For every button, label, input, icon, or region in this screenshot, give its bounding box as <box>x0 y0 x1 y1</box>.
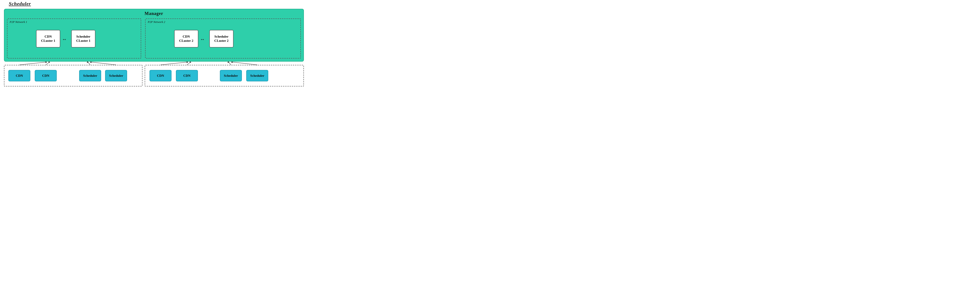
page: Scheduler Manager P2P Network 1 CDNCLust… <box>0 0 308 88</box>
svg-line-10 <box>161 62 188 65</box>
cdn-node-1-1: CDN <box>8 70 30 81</box>
cluster-1-arrow: ↔ <box>62 37 67 42</box>
scheduler-node-1-2: Scheduler <box>105 70 127 81</box>
cdn-cluster-2-box: CDNCLuster 2 <box>174 30 198 48</box>
svg-line-8 <box>91 62 116 65</box>
cdn-node-2-1: CDN <box>150 70 172 81</box>
cdn-cluster-1-box: CDNCLuster 1 <box>36 30 60 48</box>
arrow-1-symbol: ↔ <box>62 37 67 42</box>
cdn-cluster-2-label: CDNCLuster 2 <box>179 35 193 43</box>
manager-label: Manager <box>145 11 163 16</box>
manager-box: Manager P2P Network 1 CDNCLuster 1 ↔ Sch… <box>4 9 304 62</box>
cluster-2-arrow: ↔ <box>200 37 205 42</box>
scheduler-node-1-1: Scheduler <box>79 70 101 81</box>
scheduler-node-2-1: Scheduler <box>220 70 242 81</box>
p2p-network-1-label: P2P Network 1 <box>10 20 27 24</box>
p2p-network-1-box: P2P Network 1 CDNCLuster 1 ↔ SchedulerCL… <box>7 19 141 59</box>
arrow-2-symbol: ↔ <box>200 37 205 42</box>
svg-line-2 <box>19 62 46 65</box>
scheduler-cluster-2-label: SchedulerCLuster 2 <box>215 35 229 43</box>
svg-line-16 <box>232 62 257 65</box>
svg-line-4 <box>46 62 49 65</box>
cdn-node-2-2: CDN <box>176 70 198 81</box>
cdn-node-1-2: CDN <box>35 70 57 81</box>
svg-line-14 <box>229 62 231 65</box>
p2p-network-2-label: P2P Network 2 <box>148 20 165 24</box>
scheduler-title: Scheduler <box>9 1 31 6</box>
p2p-network-2-box: P2P Network 2 CDNCLuster 2 ↔ SchedulerCL… <box>145 19 301 59</box>
scheduler-cluster-2-box: SchedulerCLuster 2 <box>209 30 234 48</box>
svg-line-12 <box>187 62 191 65</box>
cdn-cluster-1-label: CDNCLuster 1 <box>41 35 55 43</box>
scheduler-cluster-1-box: SchedulerCLuster 1 <box>71 30 95 48</box>
scheduler-node-2-2: Scheduler <box>246 70 268 81</box>
svg-line-6 <box>88 62 90 65</box>
scheduler-cluster-1-label: SchedulerCLuster 1 <box>76 35 91 43</box>
